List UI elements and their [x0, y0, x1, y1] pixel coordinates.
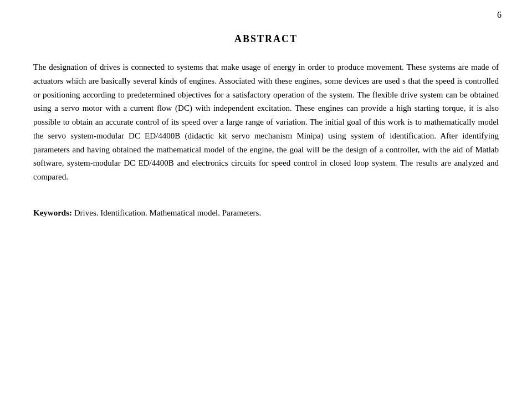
page: 6 ABSTRACT The designation of drives is …: [0, 0, 532, 415]
abstract-text: The designation of drives is connected t…: [33, 60, 499, 184]
page-number: 6: [497, 10, 502, 20]
keywords-section: Keywords: Drives. Identification. Mathem…: [33, 206, 499, 220]
keywords-text: Drives. Identification. Mathematical mod…: [72, 208, 261, 217]
abstract-body: The designation of drives is connected t…: [33, 60, 499, 184]
keywords-label: Keywords:: [33, 208, 72, 217]
abstract-title: ABSTRACT: [33, 33, 499, 45]
